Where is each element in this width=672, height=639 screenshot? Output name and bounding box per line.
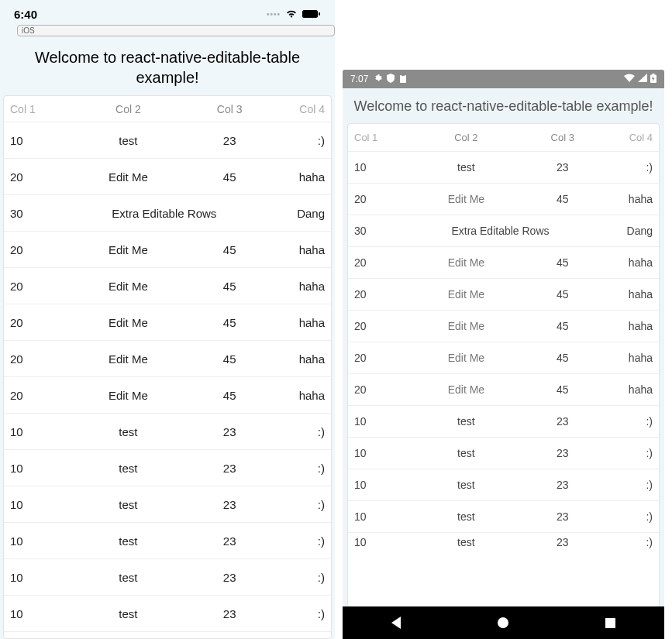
cell[interactable]: 45	[529, 383, 597, 396]
cell[interactable]: haha	[266, 389, 331, 402]
table-row[interactable]: 10test23:)	[4, 559, 331, 596]
cell-merged[interactable]: Extra Editable Rows	[404, 225, 597, 237]
cell[interactable]: test	[404, 479, 528, 491]
cell[interactable]: haha	[266, 170, 331, 184]
cell[interactable]: :)	[597, 510, 659, 523]
cell[interactable]: :)	[597, 536, 659, 548]
cell[interactable]: 45	[529, 256, 597, 269]
cell[interactable]: :)	[266, 462, 331, 475]
table-row[interactable]: 10test23:)	[348, 469, 659, 501]
cell[interactable]: :)	[266, 134, 331, 147]
cell[interactable]: haha	[597, 320, 659, 332]
cell[interactable]: 10	[348, 447, 404, 459]
table-row[interactable]: 10test23:)	[348, 533, 659, 551]
col-header[interactable]: Col 3	[194, 103, 266, 115]
table-row[interactable]: 20Edit Me45haha	[348, 374, 659, 406]
cell[interactable]: 20	[4, 170, 63, 184]
table-row[interactable]: 10test23:)	[348, 501, 659, 533]
cell[interactable]: test	[63, 571, 194, 584]
cell[interactable]: haha	[266, 316, 331, 329]
cell[interactable]: 20	[4, 352, 63, 366]
col-header[interactable]: Col 4	[266, 103, 331, 115]
cell[interactable]: :)	[597, 447, 659, 459]
cell[interactable]: Dang	[266, 207, 331, 220]
cell[interactable]: Edit Me	[404, 193, 528, 205]
table-row[interactable]: 10test23:)	[4, 122, 331, 159]
cell[interactable]: 45	[529, 288, 597, 301]
cell[interactable]: haha	[266, 243, 331, 256]
table-row[interactable]: 10test23:)	[4, 414, 331, 450]
table-row[interactable]: 30Extra Editable RowsDang	[4, 195, 331, 232]
cell[interactable]: 20	[348, 352, 404, 364]
cell[interactable]: haha	[597, 256, 659, 269]
table-row[interactable]: 10test23:)	[4, 486, 331, 523]
cell[interactable]: 30	[4, 207, 63, 220]
cell[interactable]: 20	[348, 320, 404, 332]
cell[interactable]: 45	[194, 389, 266, 402]
cell[interactable]: test	[63, 134, 194, 147]
cell[interactable]: haha	[597, 383, 659, 396]
table-body[interactable]: 10test23:)20Edit Me45haha30Extra Editabl…	[348, 152, 659, 634]
table-row[interactable]: 20Edit Me45haha	[348, 279, 659, 311]
cell[interactable]: 45	[194, 316, 266, 329]
col-header[interactable]: Col 3	[529, 132, 597, 143]
cell-merged[interactable]: Extra Editable Rows	[63, 207, 266, 220]
recents-button[interactable]	[605, 618, 615, 628]
col-header[interactable]: Col 2	[404, 132, 528, 143]
table-row[interactable]: 10test23:)	[4, 596, 331, 632]
cell[interactable]: haha	[597, 193, 659, 205]
table-row[interactable]: 20Edit Me45haha	[348, 311, 659, 342]
cell[interactable]: test	[404, 447, 528, 459]
table-row[interactable]: 20Edit Me45haha	[4, 304, 331, 341]
cell[interactable]: 20	[348, 256, 404, 269]
cell[interactable]: test	[404, 510, 528, 523]
table-row[interactable]: 30Extra Editable RowsDang	[348, 215, 659, 247]
cell[interactable]: test	[63, 498, 194, 511]
cell[interactable]: 23	[194, 534, 266, 548]
cell[interactable]: 10	[348, 161, 404, 173]
cell[interactable]: 10	[4, 607, 63, 620]
cell[interactable]: 20	[4, 280, 63, 293]
cell[interactable]: 23	[194, 425, 266, 438]
cell[interactable]: 20	[348, 383, 404, 396]
cell[interactable]: 23	[529, 510, 597, 523]
cell[interactable]: 23	[529, 161, 597, 173]
cell[interactable]: 10	[348, 536, 404, 548]
cell[interactable]: 45	[194, 280, 266, 293]
cell[interactable]: Edit Me	[404, 352, 528, 364]
table-row[interactable]: 20Edit Me45haha	[4, 341, 331, 377]
cell[interactable]: 23	[194, 498, 266, 511]
table-row[interactable]: 20Edit Me45haha	[4, 377, 331, 414]
cell[interactable]: 45	[194, 243, 266, 256]
cell[interactable]: 23	[194, 571, 266, 584]
cell[interactable]: test	[63, 462, 194, 475]
cell[interactable]: test	[63, 425, 194, 438]
table-row[interactable]: 20Edit Me45haha	[4, 159, 331, 195]
cell[interactable]: Edit Me	[63, 352, 194, 366]
cell[interactable]: Edit Me	[404, 256, 528, 269]
table-row[interactable]: 20Edit Me45haha	[4, 268, 331, 304]
cell[interactable]: 10	[4, 134, 63, 147]
cell[interactable]: haha	[597, 352, 659, 364]
cell[interactable]: :)	[266, 607, 331, 620]
cell[interactable]: Edit Me	[63, 170, 194, 184]
back-button[interactable]	[391, 617, 401, 629]
home-button[interactable]	[498, 617, 508, 628]
table-row[interactable]: 20Edit Me45haha	[348, 184, 659, 215]
table-body[interactable]: 10test23:)20Edit Me45haha30Extra Editabl…	[4, 122, 331, 632]
cell[interactable]: haha	[266, 280, 331, 293]
cell[interactable]: :)	[266, 425, 331, 438]
table-row[interactable]: 20Edit Me45haha	[4, 232, 331, 268]
cell[interactable]: 23	[529, 536, 597, 548]
cell[interactable]: haha	[266, 352, 331, 366]
cell[interactable]: 45	[194, 170, 266, 184]
table-row[interactable]: 10test23:)	[348, 406, 659, 438]
cell[interactable]: 20	[4, 316, 63, 329]
cell[interactable]: 23	[194, 607, 266, 620]
col-header[interactable]: Col 4	[597, 132, 659, 143]
cell[interactable]: Edit Me	[404, 383, 528, 396]
cell[interactable]: 10	[4, 462, 63, 475]
cell[interactable]: test	[63, 607, 194, 620]
cell[interactable]: haha	[597, 288, 659, 301]
cell[interactable]: test	[404, 161, 528, 173]
